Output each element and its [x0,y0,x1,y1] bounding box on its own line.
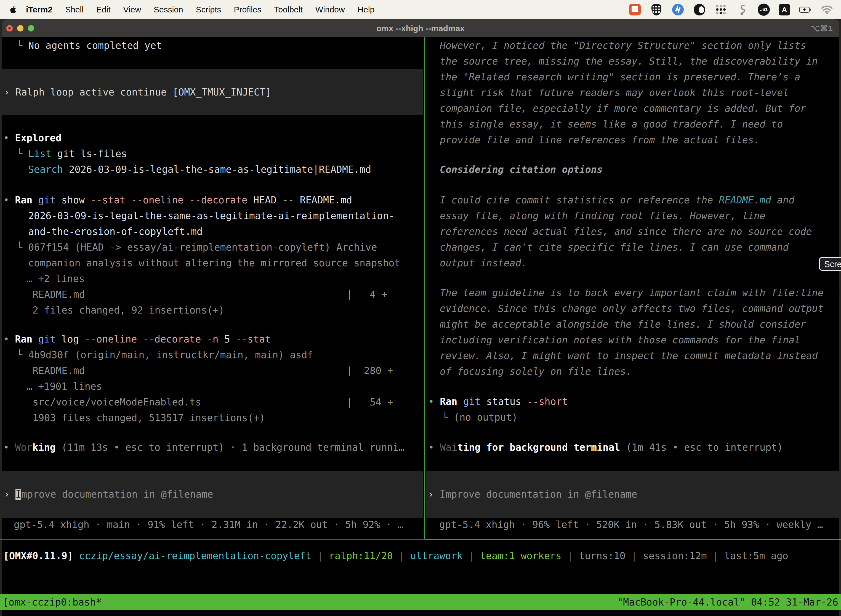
terminal-line: I could cite commit statistics or refere… [440,192,794,208]
terminal-line: companion analysis without altering the … [28,255,400,271]
terminal-line: of focusing solely on file lines. [440,364,631,380]
tmux-session-label: [omx-cczip0:bash* [3,597,101,608]
terminal-line: gpt-5.4 xhigh · main · 91% left · 2.31M … [14,517,403,532]
terminal-line: this single essay, it seems like a good … [440,116,783,132]
terminal-line: › Improve documentation in @filename [4,487,213,502]
terminal: └ No agents completed yet› Ralph loop ac… [0,0,841,616]
terminal-line: src/voice/voiceModeEnabled.ts | 54 + [32,395,393,410]
terminal-line: README.md | 280 + [32,363,393,378]
terminal-line: However, I noticed the "Directory Struct… [440,38,806,54]
terminal-line: output instead. [440,255,527,271]
terminal-line: the source tree, missing the essay. Stil… [440,54,818,69]
terminal-line: └ List git ls-files [16,146,127,162]
tmux-status-bar: [omx-cczip0:bash* "MacBook-Pro-44.local"… [0,594,841,610]
tmux-host-time: "MacBook-Pro-44.local" 04:52 31-Mar-26 [617,597,838,608]
pane-border-right-bottom [425,539,841,540]
terminal-line: 1903 files changed, 513517 insertions(+) [32,410,265,426]
terminal-line: Considering citation options [440,162,603,177]
terminal-line: … +2 lines [26,271,85,287]
terminal-line: └ No agents completed yet [16,38,162,54]
terminal-line: slight risk that future readers may over… [440,85,788,101]
terminal-line: └ (no output) [442,409,518,425]
terminal-line: › Ralph loop active continue [OMX_TMUX_I… [4,84,271,100]
terminal-line: [OMX#0.11.9] cczip/essay/ai-reimplementa… [3,548,788,564]
terminal-line: • Ran git log --oneline --decorate -n 5 … [3,331,271,347]
terminal-line: • Working (11m 13s • esc to interrupt) ·… [3,440,404,455]
terminal-line: The team guideline is to back every impo… [440,285,823,301]
terminal-line: essay file, along with finding root file… [440,208,765,224]
screen-share-overlay[interactable]: Scre [819,257,841,271]
terminal-line: └ 4b9d30f (origin/main, instructkr/main,… [16,347,313,363]
terminal-line: references need actual files, and since … [440,224,812,239]
pane-divider-vertical[interactable] [424,37,425,539]
terminal-line: └ 067f154 (HEAD -> essay/ai-reimplementa… [16,239,377,255]
terminal-line: • Ran git show --stat --oneline --decora… [3,192,352,208]
terminal-line: might be acceptable alongside the file l… [440,317,806,332]
terminal-line: companion file, especially if more comme… [440,101,806,116]
terminal-line: › Improve documentation in @filename [428,487,637,502]
pane-border-left-bottom [0,539,425,540]
terminal-line: 2 files changed, 92 insertions(+) [32,302,224,318]
terminal-line: gpt-5.4 xhigh · 96% left · 520K in · 5.8… [439,517,823,532]
terminal-line: … +1901 lines [26,378,102,395]
terminal-line: review. Also, I might want to inspect th… [440,348,818,364]
terminal-line: • Ran git status --short [428,394,568,409]
terminal-line: and-the-erosion-of-copyleft.md [28,224,202,239]
terminal-line: • Explored [3,130,62,146]
terminal-line: • Waiting for background terminal (1m 41… [428,440,783,455]
terminal-line: the "Related research writing" section i… [440,69,800,85]
terminal-line: Search 2026-03-09-is-legal-the-same-as-l… [28,162,371,177]
terminal-line: README.md | 4 + [32,287,387,302]
terminal-line: changes, I can't cite specific file line… [440,239,788,255]
terminal-line: 2026-03-09-is-legal-the-same-as-legitima… [28,208,394,224]
terminal-line: evidence. Since this change only affects… [440,301,823,317]
terminal-line: including verification notes with those … [440,332,800,348]
terminal-line: provide file and line references from th… [440,132,760,148]
